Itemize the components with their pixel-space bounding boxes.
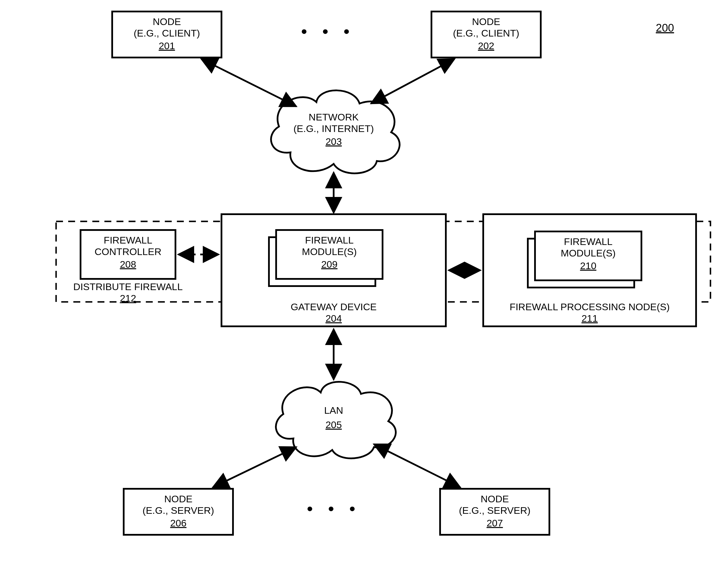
lan-ref: 205 [326,419,342,430]
node-client-2-label2: (E.G., CLIENT) [453,28,519,39]
arrow-lan-server2 [374,444,460,487]
arrow-lan-server1 [213,447,296,487]
arrow-client1-network [201,59,296,106]
network-ref: 203 [326,136,342,147]
firewall-controller: FIREWALL CONTROLLER 208 [81,230,175,279]
fw-proc-node-label: FIREWALL PROCESSING NODE(S) [510,301,670,312]
fw-modules-gw-label2: MODULE(S) [302,246,357,257]
node-server-1: NODE (E.G., SERVER) 206 [124,489,233,535]
node-server-2: NODE (E.G., SERVER) 207 [440,489,549,535]
node-client-2-ref: 202 [478,40,494,51]
node-client-1-label2: (E.G., CLIENT) [134,28,200,39]
firewall-controller-label2: CONTROLLER [95,246,161,257]
node-server-1-label1: NODE [164,493,192,504]
firewall-controller-label1: FIREWALL [104,235,152,246]
node-client-1-label1: NODE [153,16,181,27]
node-server-1-ref: 206 [170,518,187,528]
fw-modules-gw-ref: 209 [321,259,338,270]
ellipsis-icon-bottom: • • • [307,499,360,518]
ellipsis-icon: • • • [301,22,355,41]
node-server-2-label1: NODE [481,493,509,504]
fw-modules-proc-label1: FIREWALL [564,236,613,247]
gateway-label: GATEWAY DEVICE [291,301,377,312]
node-client-1-ref: 201 [159,40,175,51]
fw-proc-node-ref: 211 [582,313,598,324]
network-label1: NETWORK [309,112,359,123]
node-client-1: NODE (E.G., CLIENT) 201 [112,12,221,58]
node-server-2-ref: 207 [487,518,503,528]
fw-modules-proc-ref: 210 [580,260,597,271]
node-client-2: NODE (E.G., CLIENT) 202 [431,12,541,58]
arrow-client2-network [371,59,454,104]
gateway-ref: 204 [326,313,342,324]
distribute-firewall-ref: 212 [120,293,136,303]
node-client-2-label1: NODE [472,16,500,27]
network-label2: (E.G., INTERNET) [293,123,374,134]
node-server-1-label2: (E.G., SERVER) [143,505,214,516]
node-server-2-label2: (E.G., SERVER) [459,505,531,516]
fw-modules-gw-label1: FIREWALL [305,235,354,246]
firewall-processing-node: FIREWALL MODULE(S) 210 FIREWALL PROCESSI… [483,214,696,326]
figure-ref: 200 [656,22,674,34]
gateway-device: FIREWALL MODULE(S) 209 GATEWAY DEVICE 20… [221,214,446,326]
distribute-firewall-label: DISTRIBUTE FIREWALL [73,281,183,292]
fw-modules-proc-label2: MODULE(S) [561,248,616,259]
lan-label: LAN [324,405,343,416]
firewall-controller-ref: 208 [120,259,136,270]
